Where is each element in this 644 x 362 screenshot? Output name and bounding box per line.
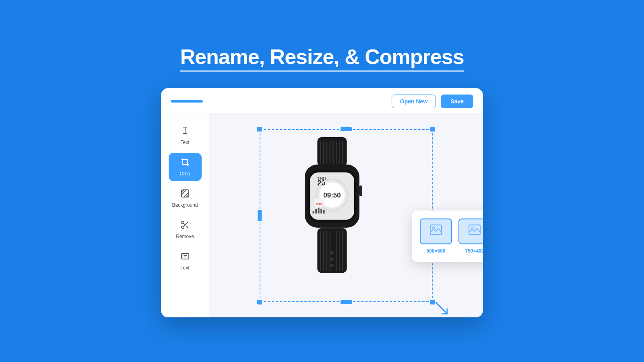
watch-image: THU 20 09:50 235 xyxy=(260,129,405,282)
size-preset-thumb-750 xyxy=(458,218,483,244)
page-title: Rename, Resize, & Compress xyxy=(180,45,464,72)
crop-overlay: THU 20 09:50 235 xyxy=(260,129,433,302)
sidebar-item-text[interactable]: Text xyxy=(169,121,202,150)
sidebar-label-background: Background xyxy=(172,202,198,208)
image-icon-750 xyxy=(468,224,481,238)
side-handle-bottom[interactable] xyxy=(341,300,352,304)
sidebar-item-crop[interactable]: Crop xyxy=(169,153,202,181)
size-presets-popup: 500×500 750×400 xyxy=(412,210,483,262)
sidebar-label-text: Text xyxy=(180,140,189,145)
image-icon-500 xyxy=(429,224,442,238)
svg-point-38 xyxy=(330,264,334,267)
size-preset-label-750: 750×400 xyxy=(465,248,483,254)
save-button[interactable]: Save xyxy=(441,95,473,108)
svg-rect-9 xyxy=(182,253,189,259)
sidebar-item-background[interactable]: Background xyxy=(169,184,202,212)
corner-handle-tr[interactable] xyxy=(430,127,435,132)
canvas-area: THU 20 09:50 235 xyxy=(209,113,483,317)
window-logo xyxy=(171,100,203,103)
svg-line-46 xyxy=(436,302,447,314)
svg-point-36 xyxy=(330,251,334,254)
size-preset-750x400[interactable]: 750×400 xyxy=(458,218,483,254)
svg-point-37 xyxy=(330,257,334,261)
svg-rect-33 xyxy=(323,210,325,213)
header-buttons: Open New Save xyxy=(392,95,473,108)
sidebar-label-text2: Text xyxy=(180,265,189,271)
svg-rect-29 xyxy=(313,211,314,214)
corner-handle-bl[interactable] xyxy=(257,300,262,304)
svg-point-4 xyxy=(182,221,184,224)
background-icon xyxy=(180,189,190,200)
sidebar: Text Crop xyxy=(161,113,209,317)
open-new-button[interactable]: Open New xyxy=(392,95,436,108)
size-preset-thumb-500 xyxy=(420,218,452,244)
sidebar-label-crop: Crop xyxy=(180,171,190,177)
resize-arrow-icon[interactable] xyxy=(434,301,449,318)
window-body: Text Crop xyxy=(161,113,483,317)
app-window: Open New Save Text xyxy=(161,88,483,317)
svg-rect-31 xyxy=(318,208,320,213)
svg-point-5 xyxy=(182,226,184,228)
svg-rect-34 xyxy=(359,185,362,196)
crop-icon xyxy=(180,157,190,169)
svg-rect-30 xyxy=(315,209,317,213)
size-preset-500x500[interactable]: 500×500 xyxy=(420,218,452,254)
sidebar-item-text2[interactable]: Text xyxy=(169,247,202,275)
sidebar-label-remove: Remove xyxy=(176,234,194,239)
text-bubble-icon xyxy=(180,251,190,263)
svg-line-7 xyxy=(186,226,188,228)
text-cursor-icon xyxy=(180,126,190,137)
svg-line-8 xyxy=(184,223,185,225)
size-preset-label-500: 500×500 xyxy=(426,248,445,254)
svg-rect-32 xyxy=(320,208,322,213)
scissors-icon xyxy=(180,220,190,231)
svg-text:235: 235 xyxy=(316,202,322,206)
sidebar-item-remove[interactable]: Remove xyxy=(169,216,202,244)
window-header: Open New Save xyxy=(161,88,483,113)
svg-text:09:50: 09:50 xyxy=(323,191,341,199)
